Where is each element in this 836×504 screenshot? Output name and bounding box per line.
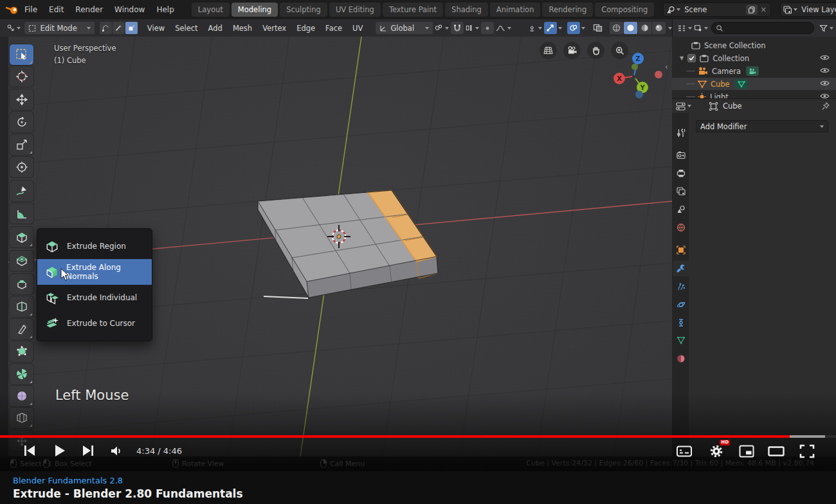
tab-output[interactable]: [673, 165, 689, 181]
gizmo-minus-y-axis[interactable]: [632, 64, 638, 70]
menu-item-extrude-individual[interactable]: Extrude Individual: [37, 285, 152, 310]
properties-editor-type-button[interactable]: [676, 100, 691, 113]
outliner-display-mode-button[interactable]: [677, 22, 692, 34]
play-button[interactable]: [51, 443, 68, 458]
proportional-editing-button[interactable]: [481, 22, 494, 34]
edge-select-button[interactable]: [113, 22, 125, 34]
checkbox-checked-icon[interactable]: [687, 54, 696, 62]
material-preview-button[interactable]: [638, 22, 651, 34]
editor-type-button[interactable]: [6, 22, 21, 34]
wireframe-shading-button[interactable]: [610, 22, 623, 34]
gizmo-minus-x-axis[interactable]: [655, 71, 662, 78]
gizmo-toggle-button[interactable]: [544, 22, 557, 34]
menu-item-extrude-region[interactable]: Extrude Region: [37, 233, 152, 259]
theater-mode-button[interactable]: [766, 444, 786, 458]
visibility-eye-icon[interactable]: [820, 80, 830, 89]
navigation-gizmo[interactable]: Z X Y: [611, 45, 669, 129]
tab-modeling[interactable]: Modeling: [232, 3, 278, 17]
snap-toggle-button[interactable]: [451, 22, 464, 34]
outliner-filter-button[interactable]: [819, 22, 833, 34]
menu-item-extrude-along-normals[interactable]: Extrude Along Normals: [37, 259, 152, 285]
camera-data-icon[interactable]: [746, 66, 759, 76]
chevron-down-icon[interactable]: [558, 27, 562, 30]
tool-inset-faces[interactable]: [10, 251, 33, 271]
tool-edge-slide[interactable]: [10, 408, 33, 428]
tool-annotate[interactable]: [10, 181, 33, 201]
tab-uv-editing[interactable]: UV Editing: [329, 3, 381, 17]
tool-loop-cut[interactable]: [10, 296, 33, 317]
vertex-select-button[interactable]: [100, 22, 112, 34]
tool-smooth[interactable]: [10, 386, 33, 406]
proportional-falloff-button[interactable]: [496, 22, 511, 34]
channel-link[interactable]: Blender Fundamentals 2.8: [13, 476, 123, 485]
tab-world[interactable]: [673, 219, 689, 235]
tab-object[interactable]: [673, 242, 689, 258]
expand-triangle-icon[interactable]: ▼: [680, 55, 684, 61]
rendered-shading-button[interactable]: [652, 22, 666, 34]
tool-select-box[interactable]: [10, 44, 33, 65]
menu-edit[interactable]: Edit: [43, 3, 69, 16]
pan-view-button[interactable]: [587, 42, 604, 59]
progress-bar[interactable]: [0, 435, 836, 438]
outliner-row-scene-collection[interactable]: Scene Collection: [672, 39, 836, 51]
tool-move[interactable]: [10, 89, 33, 110]
settings-button[interactable]: HD: [707, 444, 725, 459]
menu-help[interactable]: Help: [150, 3, 179, 16]
camera-view-button[interactable]: [563, 42, 581, 59]
menu-uv[interactable]: UV: [347, 22, 368, 35]
tab-animation[interactable]: Animation: [490, 3, 541, 17]
menu-window[interactable]: Window: [109, 3, 150, 16]
miniplayer-button[interactable]: [737, 444, 756, 459]
pin-icon[interactable]: [822, 102, 830, 111]
snap-target-button[interactable]: [466, 22, 480, 34]
next-button[interactable]: [80, 444, 96, 458]
overlays-toggle-button[interactable]: [567, 22, 580, 34]
fullscreen-button[interactable]: [797, 443, 817, 460]
tab-constraints[interactable]: [673, 314, 689, 330]
gizmo-minus-z-axis[interactable]: [635, 91, 643, 98]
menu-face[interactable]: Face: [320, 22, 347, 35]
menu-file[interactable]: File: [19, 3, 43, 16]
tab-physics[interactable]: [673, 296, 689, 312]
solid-shading-button[interactable]: [624, 22, 637, 34]
tab-modifiers[interactable]: [673, 260, 689, 276]
menu-select[interactable]: Select: [170, 22, 203, 35]
menu-item-extrude-to-cursor[interactable]: Extrude to Cursor: [37, 310, 152, 336]
tab-tool[interactable]: [673, 125, 689, 141]
pivot-point-button[interactable]: [435, 22, 449, 34]
visibility-eye-icon[interactable]: [820, 93, 830, 98]
mode-dropdown[interactable]: Edit Mode: [24, 22, 94, 34]
menu-add[interactable]: Add: [203, 22, 228, 35]
close-icon[interactable]: ×: [758, 5, 769, 14]
xray-toggle-button[interactable]: [592, 22, 604, 34]
tab-compositing[interactable]: Compositing: [595, 3, 654, 17]
outliner-row-light[interactable]: Light: [672, 91, 836, 98]
outliner-row-camera[interactable]: Camera: [672, 65, 836, 77]
tab-texture-paint[interactable]: Texture Paint: [383, 3, 443, 17]
menu-edge[interactable]: Edge: [291, 22, 320, 35]
tab-material[interactable]: [673, 350, 689, 366]
blender-logo-icon[interactable]: [6, 5, 19, 15]
sidebar-collapse-arrow[interactable]: ‹: [665, 62, 668, 71]
outliner-search-input[interactable]: [711, 22, 814, 34]
scene-selector[interactable]: Scene ×: [663, 3, 771, 17]
tool-bevel[interactable]: [10, 274, 33, 294]
tool-knife[interactable]: [10, 319, 33, 339]
chevron-down-icon[interactable]: [581, 27, 585, 30]
mesh-data-icon[interactable]: [735, 79, 748, 89]
add-modifier-dropdown[interactable]: Add Modifier: [696, 120, 828, 132]
outliner-row-cube[interactable]: Cube: [672, 78, 836, 90]
tab-view-layer[interactable]: [673, 183, 689, 199]
tool-extrude-region[interactable]: [10, 227, 33, 248]
tab-scene[interactable]: [673, 201, 689, 217]
show-gizmo-dropdown[interactable]: [528, 22, 542, 34]
toggle-perspective-button[interactable]: [540, 42, 557, 59]
visibility-eye-icon[interactable]: [820, 67, 830, 76]
tool-scale[interactable]: [10, 134, 33, 155]
tab-render[interactable]: [673, 147, 689, 163]
tool-poly-build[interactable]: [10, 341, 33, 362]
outliner-filter-mode-button[interactable]: [694, 22, 708, 34]
tool-spin[interactable]: [10, 364, 33, 384]
new-scene-button[interactable]: [746, 4, 758, 15]
volume-button[interactable]: [109, 444, 125, 457]
